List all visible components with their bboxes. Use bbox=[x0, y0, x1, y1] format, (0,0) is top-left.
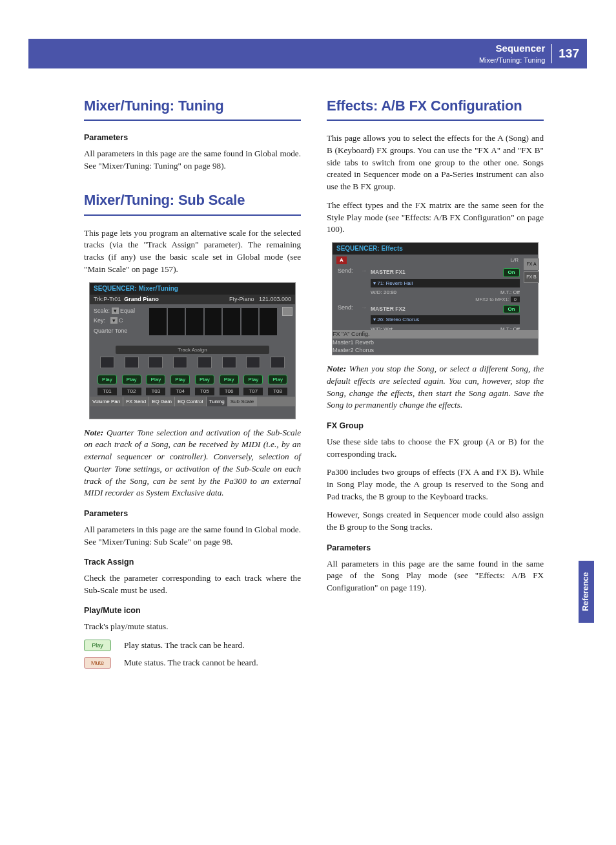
mute-desc: Mute status. The track cannot be heard. bbox=[124, 657, 258, 669]
heading-sub-scale: Mixer/Tuning: Sub Scale bbox=[84, 190, 301, 210]
trk-lbl: T01 bbox=[98, 388, 117, 395]
route-lbl: MFX2 to MFX1: bbox=[475, 297, 509, 302]
sub-parameters: Parameters bbox=[84, 132, 301, 144]
rule bbox=[84, 214, 301, 216]
sub-parameters3: Parameters bbox=[327, 543, 544, 554]
side-tab-fxa: FX A bbox=[524, 258, 539, 270]
scale-val: Equal bbox=[120, 308, 135, 314]
key-val: C bbox=[119, 317, 123, 324]
reference-side-tab: Reference bbox=[579, 561, 594, 623]
note-text: Note: When you stop the Song, or select … bbox=[327, 363, 544, 412]
body-text: This page allows you to select the effec… bbox=[327, 132, 544, 193]
bank-label: Fty-Piano bbox=[229, 296, 254, 302]
fx2-preset: 26: Stereo Chorus bbox=[377, 317, 419, 322]
rule bbox=[327, 120, 544, 121]
on-btn: On bbox=[503, 268, 520, 276]
play-desc: Play status. The track can be heard. bbox=[124, 640, 245, 652]
page-header: Sequencer Mixer/Tuning: Tuning 137 bbox=[28, 39, 587, 68]
body-text: Check the parameter corresponding to eac… bbox=[84, 572, 301, 596]
scale-lbl: Scale: bbox=[94, 308, 110, 314]
sub-fx-group: FX Group bbox=[327, 421, 544, 432]
heading-mixer-tuning: Mixer/Tuning: Tuning bbox=[84, 96, 301, 116]
heading-effects: Effects: A/B FX Configuration bbox=[327, 96, 544, 116]
note-text: Note: Quarter Tone selection and activat… bbox=[84, 427, 301, 499]
fx1-preset: 71: Reverb Hall bbox=[377, 280, 413, 286]
screenshot-title: SEQUENCER: Effects bbox=[333, 243, 538, 255]
screenshot-effects: SEQUENCER: Effects FX A FX B A L/R Send:… bbox=[332, 242, 539, 355]
side-tab-fxb: FX B bbox=[524, 271, 539, 283]
rule bbox=[84, 120, 301, 121]
track-assign-checkboxes bbox=[90, 355, 295, 370]
sub-play-mute: Play/Mute icon bbox=[84, 605, 301, 617]
play-icon: Play bbox=[84, 640, 111, 651]
body-text: Pa300 includes two groups of effects (FX… bbox=[327, 466, 544, 503]
lr-label: L/R bbox=[511, 256, 518, 264]
prog-num: 121.003.000 bbox=[259, 296, 291, 302]
page-number: 137 bbox=[559, 45, 579, 63]
track-assign-area-label: Track Assign bbox=[116, 346, 269, 354]
trk-name: Grand Piano bbox=[124, 296, 159, 302]
body-text: All parameters in this page are the same… bbox=[84, 148, 301, 172]
bottom-tab: FX "A" Config. bbox=[333, 330, 538, 339]
body-text: All parameters in this page are the same… bbox=[327, 558, 544, 594]
send-lbl: Send: bbox=[338, 267, 361, 297]
note-label: Note: bbox=[84, 428, 103, 437]
fx1-label: MASTER FX1 bbox=[371, 268, 406, 276]
mute-icon: Mute bbox=[84, 657, 111, 669]
body-text: However, Songs created in Sequencer mode… bbox=[327, 509, 544, 533]
screenshot-sub-scale: SEQUENCER: Mixer/Tuning Trk:P-Tr01 Grand… bbox=[89, 282, 296, 419]
play-pill: Play bbox=[98, 375, 117, 384]
body-text: All parameters in this page are the same… bbox=[84, 524, 301, 548]
quarter-tone: Quarter Tone bbox=[94, 327, 148, 335]
body-text: Use these side tabs to choose the FX gro… bbox=[327, 436, 544, 460]
body-text: The effect types and the FX matrix are t… bbox=[327, 200, 544, 236]
screenshot-title: SEQUENCER: Mixer/Tuning bbox=[90, 283, 295, 295]
fx2-label: MASTER FX2 bbox=[371, 305, 406, 313]
body-text: This page lets you program an alternativ… bbox=[84, 227, 301, 276]
sub-parameters2: Parameters bbox=[84, 508, 301, 520]
key-lbl: Key: bbox=[94, 317, 105, 324]
note-label: Note: bbox=[327, 364, 346, 373]
sub-track-assign: Track Assign bbox=[84, 557, 301, 569]
trk-label: Trk:P-Tr01 bbox=[94, 296, 121, 302]
route-val: 0 bbox=[511, 297, 520, 302]
bottom-tab: Volume Pan bbox=[90, 397, 123, 406]
header-subtitle: Mixer/Tuning: Tuning bbox=[479, 56, 545, 66]
body-text: Track's play/mute status. bbox=[84, 621, 301, 633]
play-icon-row: Play Play status. The track can be heard… bbox=[84, 640, 301, 652]
mute-icon-row: Mute Mute status. The track cannot be he… bbox=[84, 657, 301, 669]
header-divider bbox=[551, 44, 552, 63]
header-section: Sequencer bbox=[479, 41, 545, 55]
